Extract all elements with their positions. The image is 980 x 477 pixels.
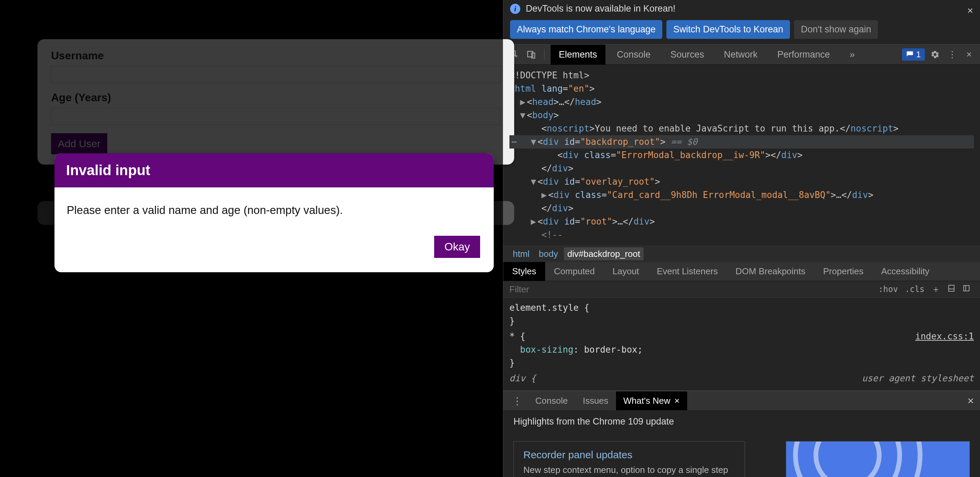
modal-message: Please enter a valid name and age (non-e… (54, 187, 494, 226)
devtools-tabbar: Elements Console Sources Network Perform… (503, 44, 980, 65)
error-modal: Invalid input Please enter a valid name … (54, 153, 494, 272)
dom-selected-node[interactable]: ⋯ ▼<div id="backdrop_root"> == $0 (509, 135, 974, 148)
drawer-close-button[interactable]: × (967, 394, 974, 407)
whatsnew-card[interactable]: Recorder panel updates New step context … (514, 441, 745, 477)
hov-toggle[interactable]: :hov (875, 284, 901, 294)
devtools-panel: i DevTools is now available in Korean! ×… (503, 0, 980, 477)
crumb-body[interactable]: body (535, 247, 561, 260)
tab-console[interactable]: Console (609, 45, 659, 65)
styles-pane[interactable]: element.style { } * {index.css:1 box-siz… (503, 298, 980, 391)
styles-filter-input[interactable] (509, 284, 875, 295)
switch-language-button[interactable]: Switch DevTools to Korean (667, 20, 790, 39)
okay-button[interactable]: Okay (434, 236, 480, 258)
issues-badge[interactable]: 1 (902, 48, 925, 61)
whatsnew-card-title: Recorder panel updates (523, 449, 735, 461)
app-viewport: Username Age (Years) Add User Invalid in… (0, 0, 503, 477)
styles-subtabs: Styles Computed Layout Event Listeners D… (503, 262, 980, 281)
rule-element-style: element.style { (509, 301, 974, 314)
computed-sidebar-icon[interactable] (944, 284, 959, 295)
source-link[interactable]: index.css:1 (915, 330, 974, 343)
user-agent-label: user agent stylesheet (862, 372, 974, 385)
drawer-menu-icon[interactable]: ⋮ (507, 395, 528, 407)
infobar-message: DevTools is now available in Korean! (526, 3, 676, 14)
svg-rect-4 (964, 286, 969, 291)
tab-sources[interactable]: Sources (662, 45, 712, 65)
modal-footer: Okay (54, 226, 494, 272)
subtab-layout[interactable]: Layout (604, 262, 648, 281)
infobar-close-button[interactable]: × (967, 5, 973, 16)
whatsnew-card-desc: New step context menu, option to copy a … (523, 464, 735, 477)
drawer-tabbar: ⋮ Console Issues What's New × × (503, 391, 980, 410)
info-icon: i (510, 4, 520, 14)
plus-icon[interactable]: ＋ (928, 283, 944, 295)
dom-doctype: <!DOCTYPE html> (509, 70, 589, 80)
subtab-styles[interactable]: Styles (503, 262, 545, 281)
whatsnew-heading: Highlights from the Chrome 109 update (503, 410, 980, 433)
always-match-language-button[interactable]: Always match Chrome's language (510, 20, 662, 39)
drawer: ⋮ Console Issues What's New × × Highligh… (503, 391, 980, 477)
svg-rect-3 (949, 285, 954, 291)
modal-title: Invalid input (54, 153, 494, 187)
close-tab-icon[interactable]: × (674, 396, 679, 406)
drawer-tab-issues[interactable]: Issues (575, 391, 616, 410)
language-infobar: i DevTools is now available in Korean! × (503, 0, 980, 18)
divider (544, 49, 544, 60)
styles-filter-bar: :hov .cls ＋ (503, 281, 980, 298)
breadcrumb: html body div#backdrop_root (503, 246, 980, 262)
crumb-html[interactable]: html (509, 247, 533, 260)
drawer-tab-whatsnew[interactable]: What's New × (616, 391, 687, 410)
device-toolbar-icon[interactable] (524, 48, 538, 61)
dom-tree[interactable]: <!DOCTYPE html> <html lang="en"> ▶<head>… (503, 65, 980, 246)
close-icon[interactable]: × (962, 48, 976, 61)
subtab-properties[interactable]: Properties (814, 262, 872, 281)
dont-show-again-button[interactable]: Don't show again (794, 20, 878, 39)
svg-rect-1 (528, 51, 533, 57)
expand-icon[interactable] (959, 284, 974, 295)
tab-performance[interactable]: Performance (769, 45, 838, 65)
cls-toggle[interactable]: .cls (901, 284, 928, 294)
chrome-graphic (786, 441, 970, 477)
tab-network[interactable]: Network (716, 45, 766, 65)
tab-more[interactable]: » (842, 45, 863, 65)
tab-elements[interactable]: Elements (550, 45, 605, 65)
subtab-accessibility[interactable]: Accessibility (872, 262, 939, 281)
drawer-tab-console[interactable]: Console (528, 391, 575, 410)
crumb-selected[interactable]: div#backdrop_root (564, 247, 644, 260)
kebab-menu-icon[interactable]: ⋮ (945, 48, 959, 61)
infobar-buttons: Always match Chrome's language Switch De… (503, 18, 980, 44)
whatsnew-cards: Recorder panel updates New step context … (503, 433, 980, 477)
subtab-computed[interactable]: Computed (545, 262, 604, 281)
subtab-dom-breakpoints[interactable]: DOM Breakpoints (727, 262, 814, 281)
issues-count: 1 (916, 50, 921, 59)
subtab-event-listeners[interactable]: Event Listeners (648, 262, 727, 281)
gear-icon[interactable] (928, 48, 942, 61)
